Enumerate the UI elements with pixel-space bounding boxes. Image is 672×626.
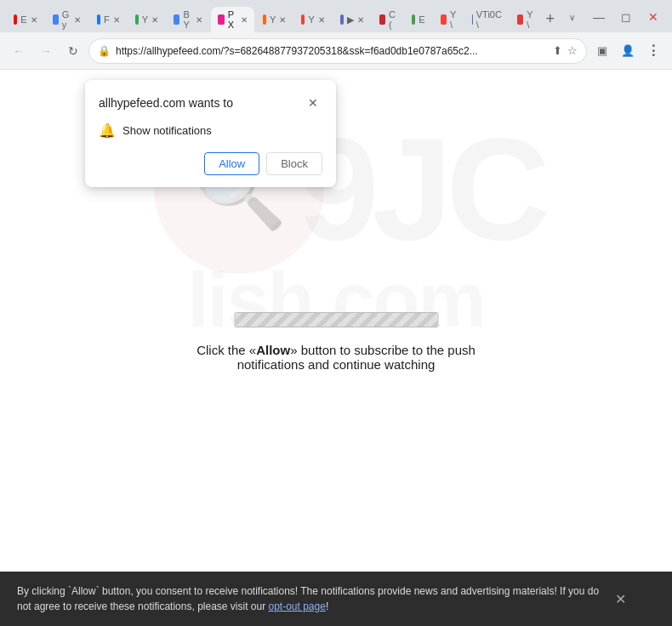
tab-misc7[interactable]: Y \ (510, 7, 540, 32)
tab-close-active[interactable]: ✕ (240, 14, 247, 26)
tab-bar: E ✕ G y ✕ F ✕ Y ✕ B Y ✕ P X ✕ (0, 0, 672, 32)
tab-close-b1[interactable]: ✕ (151, 14, 158, 26)
consent-close-button[interactable]: ✕ (611, 589, 629, 608)
tab-label-b2: B Y (183, 9, 192, 30)
popup-title: allhypefeed.com wants to (99, 96, 233, 110)
tab-misc1[interactable]: Y ✕ (294, 7, 332, 32)
tab-label-misc1: Y (308, 14, 314, 25)
menu-button[interactable]: ⋮ (641, 39, 665, 63)
tab-favicon-b1 (135, 14, 139, 25)
tab-favicon-f (97, 14, 100, 25)
tab-label-misc5: Y \ (450, 9, 457, 30)
tab-favicon-g (53, 14, 59, 25)
tab-favicon-o1 (263, 14, 266, 25)
tab-o1[interactable]: Y ✕ (256, 7, 293, 32)
tab-label-misc4: E (419, 14, 424, 25)
tab-favicon-b2 (174, 14, 179, 25)
consent-bar: By clicking `Allow` button, you consent … (0, 572, 672, 626)
tab-label-g: G y (62, 9, 71, 30)
tab-close-g[interactable]: ✕ (74, 14, 81, 26)
tab-favicon-misc1 (301, 14, 305, 25)
bookmark-icon[interactable]: ☆ (567, 44, 578, 57)
tab-close-misc2[interactable]: ✕ (357, 14, 364, 26)
popup-header: allhypefeed.com wants to ✕ (99, 94, 322, 112)
toolbar-right: ▣ 👤 ⋮ (590, 39, 665, 63)
tab-label-yt: E (20, 14, 26, 25)
popup-notification-row: 🔔 Show notifications (99, 122, 322, 139)
new-tab-button[interactable]: + (542, 7, 558, 31)
back-icon: ← (13, 44, 25, 58)
tab-favicon-misc6 (472, 14, 473, 25)
popup-notification-text: Show notifications (122, 124, 212, 137)
tab-label-misc6: VTi0C \ (476, 9, 502, 30)
tab-favicon-misc2 (340, 14, 344, 25)
page-content: 🔍 9JC lish.com Click the «Allow» button … (0, 70, 672, 626)
tab-label-f: F (104, 14, 110, 25)
tab-close-b2[interactable]: ✕ (196, 14, 202, 26)
address-bar[interactable]: 🔒 ⬆ ☆ (88, 38, 587, 64)
lock-icon: 🔒 (98, 45, 111, 57)
tab-favicon-misc4 (412, 14, 415, 25)
tab-close-misc1[interactable]: ✕ (318, 14, 325, 26)
tab-close-yt[interactable]: ✕ (31, 14, 37, 26)
tab-label-b1: Y (142, 14, 148, 25)
toolbar: ← → ↻ 🔒 ⬆ ☆ ▣ 👤 ⋮ (0, 32, 672, 70)
tab-favicon-misc7 (517, 14, 523, 25)
tab-b2[interactable]: B Y ✕ (167, 7, 209, 32)
main-message: Click the «Allow» button to subscribe to… (168, 343, 504, 372)
consent-text: By clicking `Allow` button, you consent … (17, 583, 602, 614)
popup-close-button[interactable]: ✕ (304, 94, 322, 112)
center-content: Click the «Allow» button to subscribe to… (168, 312, 504, 372)
tab-favicon-misc5 (441, 14, 447, 25)
tab-misc2[interactable]: ▶ ✕ (333, 7, 371, 32)
tab-favicon-active (218, 14, 224, 25)
bell-icon: 🔔 (99, 122, 116, 139)
consent-text-after: ! (326, 600, 328, 612)
window-chevron-btn[interactable]: ∨ (560, 5, 584, 29)
address-input[interactable] (116, 45, 548, 57)
tab-misc6[interactable]: VTi0C \ (465, 7, 509, 32)
tab-misc4[interactable]: E (405, 7, 432, 32)
allow-word: Allow (256, 343, 290, 357)
tab-active[interactable]: P X ✕ (211, 7, 253, 32)
reload-button[interactable]: ↻ (61, 39, 85, 63)
tab-favicon-misc3 (379, 14, 385, 25)
tab-g[interactable]: G y ✕ (46, 7, 88, 32)
tab-label-misc7: Y \ (527, 9, 533, 30)
tab-close-f[interactable]: ✕ (113, 14, 120, 26)
window-close-btn[interactable]: ✕ (641, 5, 665, 29)
tab-label-misc3: C ( (389, 9, 396, 30)
tab-favicon-yt (14, 14, 17, 25)
tab-b1[interactable]: Y ✕ (128, 7, 166, 32)
allow-button[interactable]: Allow (204, 152, 259, 175)
popup-buttons: Allow Block (99, 152, 322, 175)
tab-label-misc2: ▶ (347, 14, 354, 26)
share-icon[interactable]: ⬆ (553, 44, 562, 57)
tab-yt[interactable]: E ✕ (7, 7, 44, 32)
tab-label-o1: Y (270, 14, 276, 25)
tab-f[interactable]: F ✕ (90, 7, 127, 32)
forward-icon: → (40, 44, 52, 58)
loading-bar (234, 312, 438, 327)
block-button[interactable]: Block (266, 152, 322, 175)
back-button[interactable]: ← (7, 39, 31, 63)
profile-button[interactable]: 👤 (616, 39, 640, 63)
tab-misc3[interactable]: C ( (373, 7, 403, 32)
browser-window: E ✕ G y ✕ F ✕ Y ✕ B Y ✕ P X ✕ (0, 0, 672, 626)
tab-label-active: P X (228, 9, 237, 30)
tab-misc5[interactable]: Y \ (434, 7, 464, 32)
reload-icon: ↻ (68, 44, 78, 58)
window-maximize-btn[interactable]: ◻ (614, 5, 638, 29)
sidebar-button[interactable]: ▣ (590, 39, 614, 63)
window-minimize-btn[interactable]: — (587, 5, 611, 29)
tab-close-o1[interactable]: ✕ (279, 14, 286, 26)
notification-popup: allhypefeed.com wants to ✕ 🔔 Show notifi… (85, 80, 336, 187)
forward-button[interactable]: → (34, 39, 58, 63)
opt-out-link[interactable]: opt-out page (269, 600, 326, 612)
